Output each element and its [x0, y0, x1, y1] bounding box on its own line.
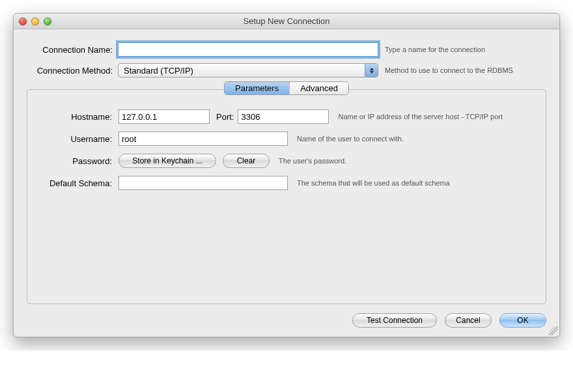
username-label: Username: — [40, 134, 119, 144]
dialog-window: Setup New Connection Connection Name: Ty… — [13, 13, 560, 337]
footer: Test Connection Cancel OK — [27, 313, 546, 328]
tab-bar: Parameters Advanced — [225, 82, 348, 94]
connection-name-hint: Type a name for the connection — [385, 46, 546, 53]
default-schema-label: Default Schema: — [40, 178, 119, 188]
connection-name-label: Connection Name: — [27, 45, 118, 55]
parameters-panel: Parameters Advanced Hostname: Port: Name… — [27, 89, 546, 304]
hostname-input[interactable] — [119, 109, 210, 124]
tab-advanced[interactable]: Advanced — [290, 82, 348, 94]
minimize-icon[interactable] — [31, 18, 39, 25]
test-connection-button[interactable]: Test Connection — [352, 313, 437, 328]
connection-method-select[interactable]: Standard (TCP/IP) — [118, 63, 378, 77]
default-schema-input[interactable] — [119, 176, 288, 190]
window-title: Setup New Connection — [14, 16, 559, 26]
password-label: Password: — [40, 156, 119, 166]
hostname-label: Hostname: — [40, 112, 119, 122]
resize-grip-icon[interactable] — [549, 326, 558, 335]
connection-method-label: Connection Method: — [27, 66, 118, 76]
connection-method-hint: Method to use to connect to the RDBMS — [385, 66, 546, 74]
content: Connection Name: Type a name for the con… — [14, 29, 559, 337]
port-input[interactable] — [238, 109, 329, 124]
clear-password-button[interactable]: Clear — [223, 154, 270, 168]
password-hint: The user's password. — [279, 157, 346, 165]
tab-parameters[interactable]: Parameters — [225, 82, 290, 94]
close-icon[interactable] — [19, 18, 27, 25]
username-hint: Name of the user to connect with. — [297, 135, 404, 143]
zoom-icon[interactable] — [44, 18, 51, 25]
titlebar: Setup New Connection — [14, 14, 559, 29]
ok-button[interactable]: OK — [499, 313, 546, 328]
username-input[interactable] — [119, 132, 288, 146]
connection-method-value: Standard (TCP/IP) — [124, 66, 193, 76]
store-keychain-button[interactable]: Store in Keychain ... — [119, 154, 216, 168]
select-stepper-icon — [365, 64, 378, 77]
window-controls — [14, 18, 51, 25]
cancel-button[interactable]: Cancel — [445, 313, 492, 328]
connection-name-input[interactable] — [118, 42, 378, 57]
port-label: Port: — [216, 112, 234, 122]
default-schema-hint: The schema that will be used as default … — [297, 179, 450, 187]
hostport-hint: Name or IP address of the server host - … — [338, 113, 503, 120]
